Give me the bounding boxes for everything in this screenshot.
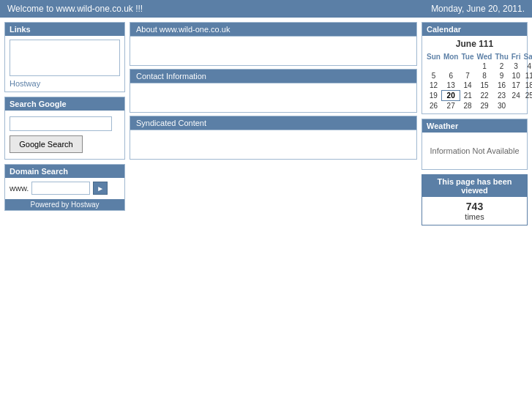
calendar-day-cell xyxy=(522,101,532,111)
syndicated-header: Syndicated Content xyxy=(130,116,417,130)
hostway-link[interactable]: Hostway xyxy=(10,79,120,88)
calendar-week-row: 567891011 xyxy=(425,71,532,81)
calendar-day-cell: 5 xyxy=(425,71,442,81)
calendar-day-wed: Wed xyxy=(475,52,493,61)
calendar-day-cell: 13 xyxy=(442,81,460,91)
calendar-week-row: 2627282930 xyxy=(425,101,532,111)
www-label: www. xyxy=(10,184,29,193)
welcome-text: Welcome to www.wild-one.co.uk !!! xyxy=(7,4,143,14)
domain-search-button[interactable]: ► xyxy=(93,182,108,195)
calendar-days-header: SunMonTueWedThuFriSat xyxy=(425,52,532,61)
calendar-day-cell: 29 xyxy=(475,101,493,111)
calendar-day-cell: 24 xyxy=(510,91,522,101)
header: Welcome to www.wild-one.co.uk !!! Monday… xyxy=(0,0,532,18)
search-google-input[interactable] xyxy=(10,116,112,131)
calendar-day-cell: 3 xyxy=(510,61,522,71)
www-row: www. ► xyxy=(10,182,120,195)
domain-search-body: www. ► Powered by Hostway xyxy=(5,178,124,210)
calendar-day-cell: 12 xyxy=(425,81,442,91)
contact-header: Contact Information xyxy=(130,69,417,83)
weather-panel: Weather Information Not Available xyxy=(422,119,528,170)
calendar-day-tue: Tue xyxy=(460,52,475,61)
calendar-day-cell: 1 xyxy=(475,61,493,71)
links-panel-header: Links xyxy=(5,23,124,36)
calendar-day-cell: 15 xyxy=(475,81,493,91)
calendar-day-cell: 18 xyxy=(522,81,532,91)
calendar-day-cell: 22 xyxy=(475,91,493,101)
calendar-day-cell: 21 xyxy=(460,91,475,101)
powered-by-label: Powered by Hostway xyxy=(5,199,124,210)
calendar-week-row: 19202122232425 xyxy=(425,91,532,101)
about-header: About www.wild-one.co.uk xyxy=(130,22,417,37)
calendar-header: Calendar xyxy=(422,23,527,36)
links-panel-body: Hostway xyxy=(5,36,124,92)
calendar-day-cell: 6 xyxy=(442,71,460,81)
calendar-day-cell: 11 xyxy=(522,71,532,81)
pageviews-label: This page has been viewed xyxy=(422,175,527,197)
contact-section: Contact Information xyxy=(130,69,417,113)
domain-search-input[interactable] xyxy=(31,182,90,195)
date-text: Monday, June 20, 2011. xyxy=(431,4,525,14)
calendar-day-cell: 9 xyxy=(493,71,509,81)
weather-header: Weather xyxy=(422,119,527,133)
search-google-header: Search Google xyxy=(5,97,124,111)
calendar-day-cell xyxy=(510,101,522,111)
syndicated-body xyxy=(130,130,417,160)
calendar-day-cell: 10 xyxy=(510,71,522,81)
calendar-day-cell: 8 xyxy=(475,71,493,81)
calendar-grid: SunMonTueWedThuFriSat 123456789101112131… xyxy=(425,52,524,111)
calendar-day-cell: 28 xyxy=(460,101,475,111)
main-layout: Links Hostway Search Google Google Searc… xyxy=(0,18,532,230)
calendar-day-cell: 26 xyxy=(425,101,442,111)
pageviews-body: 743 times xyxy=(422,197,527,225)
weather-message: Information Not Available xyxy=(430,146,519,155)
pageviews-suffix: times xyxy=(426,212,523,221)
calendar-day-fri: Fri xyxy=(510,52,522,61)
calendar-week-row: 12131415161718 xyxy=(425,81,532,91)
calendar-day-cell xyxy=(442,61,460,71)
calendar-week-row: 1234 xyxy=(425,61,532,71)
calendar-day-sun: Sun xyxy=(425,52,442,61)
calendar-day-cell xyxy=(425,61,442,71)
calendar-day-cell: 7 xyxy=(460,71,475,81)
calendar-body: June 111 SunMonTueWedThuFriSat 123456789… xyxy=(422,36,527,113)
search-google-button[interactable]: Google Search xyxy=(10,135,83,153)
links-box xyxy=(10,40,120,76)
calendar-day-cell: 25 xyxy=(522,91,532,101)
weather-body: Information Not Available xyxy=(422,133,527,169)
calendar-weeks: 1234567891011121314151617181920212223242… xyxy=(425,61,532,111)
calendar-day-cell: 16 xyxy=(493,81,509,91)
calendar-day-cell: 20 xyxy=(442,91,460,101)
domain-search-header: Domain Search xyxy=(5,165,124,178)
calendar-day-cell: 19 xyxy=(425,91,442,101)
calendar-day-cell: 23 xyxy=(493,91,509,101)
calendar-day-cell: 14 xyxy=(460,81,475,91)
right-column: Calendar June 111 SunMonTueWedThuFriSat … xyxy=(422,22,528,225)
calendar-day-cell: 27 xyxy=(442,101,460,111)
calendar-day-cell: 2 xyxy=(493,61,509,71)
calendar-day-cell: 4 xyxy=(522,61,532,71)
calendar-month-label: June 111 xyxy=(425,39,524,49)
left-column: Links Hostway Search Google Google Searc… xyxy=(4,22,125,211)
contact-body xyxy=(130,83,417,113)
calendar-day-cell: 30 xyxy=(493,101,509,111)
links-panel: Links Hostway xyxy=(4,22,125,92)
about-section: About www.wild-one.co.uk xyxy=(130,22,417,66)
calendar-day-cell: 17 xyxy=(510,81,522,91)
calendar-day-mon: Mon xyxy=(442,52,460,61)
calendar-day-cell xyxy=(460,61,475,71)
about-body xyxy=(130,37,417,66)
calendar-panel: Calendar June 111 SunMonTueWedThuFriSat … xyxy=(422,22,528,114)
pageviews-panel: This page has been viewed 743 times xyxy=(422,174,528,225)
domain-search-panel: Domain Search www. ► Powered by Hostway xyxy=(4,164,125,211)
search-google-body: Google Search xyxy=(5,111,124,159)
middle-column: About www.wild-one.co.uk Contact Informa… xyxy=(130,22,417,160)
search-google-panel: Search Google Google Search xyxy=(4,97,125,160)
calendar-day-thu: Thu xyxy=(493,52,509,61)
calendar-day-sat: Sat xyxy=(522,52,532,61)
pageviews-count: 743 xyxy=(426,201,523,212)
syndicated-section: Syndicated Content xyxy=(130,116,417,160)
